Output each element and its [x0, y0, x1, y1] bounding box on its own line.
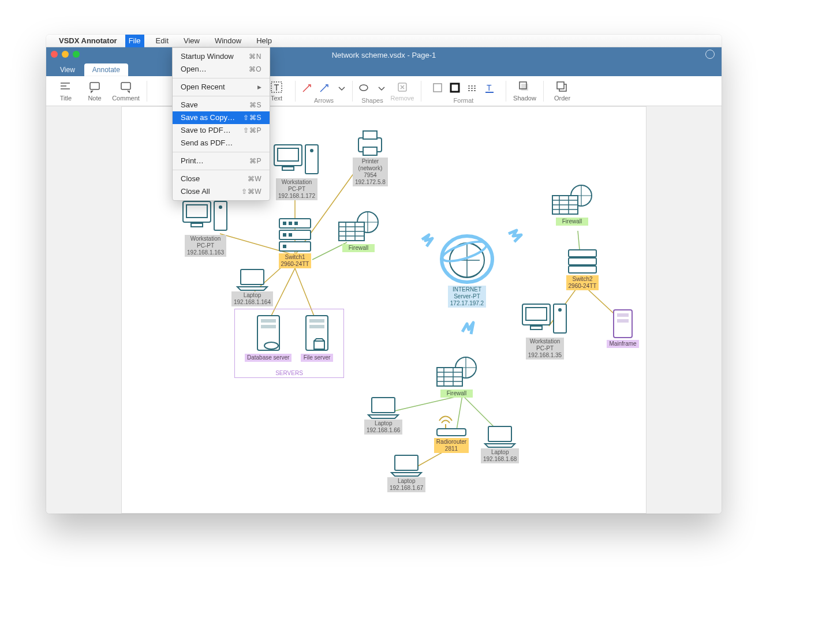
tool-comment-label: Comment: [112, 95, 140, 102]
menuitem-save-as-copy[interactable]: Save as Copy…⇧⌘S: [173, 111, 270, 124]
menuitem-print[interactable]: Print…⌘P: [173, 155, 270, 167]
menuitem-send-as-pdf[interactable]: Send as PDF…: [173, 137, 270, 149]
menuitem-startup-window[interactable]: Startup Window⌘N: [173, 50, 270, 63]
feedback-icon[interactable]: [705, 50, 715, 59]
shape-menu-icon[interactable]: [375, 82, 387, 93]
separator: [506, 81, 506, 102]
tool-order[interactable]: Order: [548, 77, 576, 106]
close-icon[interactable]: [51, 51, 58, 58]
tool-note[interactable]: Note: [81, 77, 109, 106]
tool-shapes-label: Shapes: [361, 97, 383, 104]
arrow-blue-icon[interactable]: [317, 82, 330, 93]
tool-remove-label: Remove: [391, 95, 414, 102]
tool-format-label: Format: [454, 97, 474, 104]
svg-rect-53: [569, 258, 596, 265]
svg-rect-14: [557, 82, 564, 89]
stroke-style-icon[interactable]: [466, 82, 479, 93]
menu-help[interactable]: Help: [253, 35, 275, 47]
server-icon: [254, 313, 283, 354]
tool-format-group: T Format: [426, 78, 501, 104]
menuitem-save-to-pdf[interactable]: Save to PDF…⇧⌘P: [173, 124, 270, 137]
arrow-red-icon[interactable]: [300, 82, 313, 93]
fill-color-icon[interactable]: [431, 82, 444, 93]
window-title: Network scheme.vsdx - Page-1: [332, 51, 436, 59]
svg-rect-41: [261, 319, 276, 323]
svg-rect-33: [289, 233, 292, 237]
node-label: INTERNETServer-PT172.17.197.2: [448, 286, 486, 308]
title-icon: [59, 81, 72, 93]
svg-rect-11: [521, 84, 528, 91]
tab-view[interactable]: View: [52, 63, 83, 76]
node-printer[interactable]: Printer(network)7954192.172.5.8: [353, 128, 388, 186]
workstation-icon: [272, 141, 322, 178]
app-window: VSDX Annotator File Edit View Window Hel…: [46, 35, 722, 514]
node-laptop-4[interactable]: Laptop192.168.1.68: [481, 424, 519, 463]
node-label: Laptop192.168.1.164: [231, 291, 273, 306]
canvas[interactable]: WorkstationPC-PT192.168.1.172 192.168.2.…: [46, 106, 722, 514]
node-firewall-2[interactable]: Firewall: [549, 183, 595, 226]
tool-text-label: Text: [271, 95, 282, 102]
svg-rect-67: [488, 426, 511, 441]
minimize-icon[interactable]: [62, 51, 69, 58]
tool-arrows-label: Arrows: [314, 97, 334, 104]
menuitem-close-all[interactable]: Close All⇧⌘W: [173, 185, 270, 198]
comment-icon: [119, 81, 132, 93]
separator: [421, 81, 421, 102]
svg-rect-7: [434, 84, 442, 92]
node-workstation-right[interactable]: WorkstationPC-PT192.168.1.35: [520, 301, 570, 360]
node-laptop-2[interactable]: Laptop192.168.1.66: [364, 395, 402, 435]
app-name[interactable]: VSDX Annotator: [59, 36, 117, 45]
text-color-icon[interactable]: T: [483, 82, 496, 93]
laptop-icon: [483, 424, 517, 448]
svg-point-24: [219, 205, 222, 209]
node-router[interactable]: Radiorouter2811: [434, 413, 469, 453]
node-mainframe[interactable]: Mainframe: [607, 308, 639, 348]
node-workstation-left[interactable]: WorkstationPC-PT192.168.1.163: [181, 198, 230, 257]
shape-icon[interactable]: [357, 82, 370, 93]
stroke-color-icon[interactable]: [449, 82, 461, 93]
printer-icon: [354, 128, 386, 158]
menu-edit[interactable]: Edit: [152, 35, 172, 47]
node-workstation-top[interactable]: WorkstationPC-PT192.168.1.172: [272, 141, 322, 200]
shadow-icon: [518, 81, 531, 93]
workstation-icon: [520, 301, 570, 338]
separator: [147, 81, 147, 102]
tab-annotate[interactable]: Annotate: [84, 63, 128, 76]
menuitem-open-recent[interactable]: Open Recent: [173, 81, 270, 93]
menuitem-save[interactable]: Save⌘S: [173, 99, 270, 111]
svg-rect-32: [283, 233, 286, 237]
arrow-menu-icon[interactable]: [335, 82, 347, 93]
zoom-icon[interactable]: [73, 51, 80, 58]
svg-rect-10: [485, 92, 494, 93]
menuitem-open[interactable]: Open…⌘O: [173, 63, 270, 76]
svg-text:T: T: [487, 83, 492, 92]
node-firewall-1[interactable]: Firewall: [335, 209, 382, 252]
text-icon: [270, 81, 283, 93]
node-firewall-3[interactable]: Firewall: [434, 355, 480, 398]
node-dbserver[interactable]: Database server: [245, 313, 292, 362]
node-label: Laptop192.168.1.67: [387, 477, 425, 492]
separator: [543, 81, 544, 102]
tool-shadow[interactable]: Shadow: [511, 77, 539, 106]
node-laptop-1[interactable]: Laptop192.168.1.164: [231, 267, 273, 306]
node-switch-1[interactable]: Switch12960-24TT: [275, 216, 315, 268]
tool-comment[interactable]: Comment: [110, 77, 142, 106]
node-label: Firewall: [342, 244, 375, 252]
menu-separator: [173, 96, 270, 96]
menuitem-close[interactable]: Close⌘W: [173, 173, 270, 185]
menu-separator: [173, 78, 270, 78]
router-icon: [434, 413, 469, 438]
svg-rect-61: [617, 313, 629, 317]
node-laptop-3[interactable]: Laptop192.168.1.67: [387, 453, 425, 492]
svg-rect-34: [283, 245, 286, 248]
node-internet[interactable]: INTERNETServer-PT172.17.197.2: [438, 234, 496, 308]
menu-window[interactable]: Window: [211, 35, 245, 47]
menu-file[interactable]: File: [125, 35, 144, 47]
svg-rect-46: [309, 325, 324, 328]
node-switch-2[interactable]: Switch22960-24TT: [565, 248, 600, 290]
menu-view[interactable]: View: [180, 35, 203, 47]
traffic-lights: [51, 51, 80, 58]
node-fileserver[interactable]: File server: [301, 313, 333, 362]
node-label: Laptop192.168.1.66: [364, 420, 402, 435]
tool-title[interactable]: Title: [52, 77, 80, 106]
